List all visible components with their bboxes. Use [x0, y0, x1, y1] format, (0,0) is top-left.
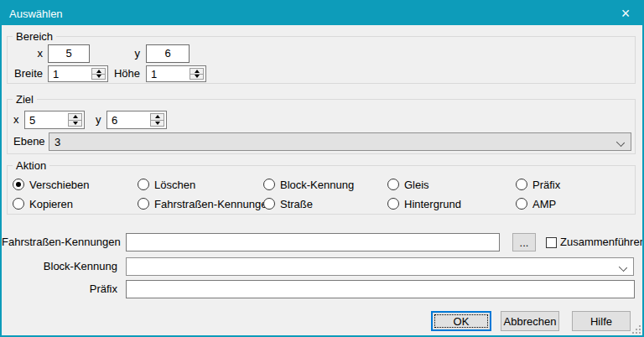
hoehe-value: 1 [151, 66, 157, 81]
title-bar[interactable]: Auswählen × [2, 2, 642, 25]
breite-label: Breite [8, 65, 43, 82]
radio-label: AMP [532, 198, 556, 210]
radio-praefix[interactable]: Präfix [516, 178, 560, 191]
fahrstrassen-label: Fahrstraßen-Kennungen [2, 233, 117, 251]
bereich-legend: Bereich [13, 30, 56, 43]
radio-hintergrund[interactable]: Hintergrund [387, 197, 461, 210]
radio-icon [516, 198, 527, 210]
bereich-x-field[interactable]: 5 [48, 44, 90, 63]
radio-icon [138, 198, 149, 210]
radio-label: Präfix [532, 179, 560, 191]
ziel-y-value: 6 [112, 111, 117, 128]
help-button[interactable]: Hilfe [572, 311, 631, 331]
ziel-x-stepper[interactable]: 5 [24, 111, 85, 129]
resize-grip[interactable] [631, 324, 641, 334]
radio-icon [138, 179, 149, 190]
radio-label: Straße [280, 198, 313, 210]
block-kennung-dropdown[interactable] [126, 257, 634, 276]
radio-verschieben[interactable]: Verschieben [13, 178, 90, 191]
radio-label: Verschieben [29, 179, 90, 191]
bereich-x-label: x [8, 44, 43, 63]
radio-label: Block-Kennung [280, 179, 354, 191]
ebene-value: 3 [55, 133, 60, 150]
ziel-y-label: y [96, 111, 101, 129]
radio-label: Kopieren [29, 198, 73, 210]
ziel-group: Ziel x 5 y 6 Ebene 3 [7, 99, 636, 154]
ziel-x-value: 5 [29, 111, 35, 128]
bereich-y-field[interactable]: 6 [146, 44, 190, 63]
cancel-button-label: Abbrechen [504, 315, 557, 328]
browse-button[interactable]: ... [512, 233, 536, 251]
ok-button[interactable]: OK [431, 311, 491, 331]
zusammenfuehren-label: Zusammenführen [560, 233, 644, 251]
spin-down-icon[interactable] [69, 121, 81, 127]
zusammenfuehren-checkbox[interactable] [546, 237, 557, 248]
chevron-down-icon [616, 138, 625, 147]
ziel-y-spin-buttons[interactable] [150, 113, 164, 127]
radio-icon [387, 198, 399, 210]
radio-icon [13, 179, 24, 190]
radio-label: Fahrstraßen-Kennungen [154, 198, 273, 210]
spin-up-icon[interactable] [151, 114, 164, 121]
aktion-group: Aktion Verschieben Löschen Block-Kennung… [7, 165, 636, 215]
radio-icon [263, 198, 275, 210]
radio-gleis[interactable]: Gleis [387, 178, 429, 191]
radio-block-kennung[interactable]: Block-Kennung [263, 178, 354, 191]
aktion-legend: Aktion [13, 159, 49, 172]
window-title: Auswählen [9, 8, 63, 20]
help-button-label: Hilfe [590, 315, 612, 328]
ok-button-label: OK [454, 315, 470, 328]
praefix-input[interactable] [126, 280, 635, 298]
bereich-y-label: y [100, 44, 140, 63]
close-icon[interactable]: × [609, 2, 642, 25]
radio-label: Löschen [154, 179, 195, 191]
fahrstrassen-input[interactable] [126, 233, 500, 251]
radio-loeschen[interactable]: Löschen [138, 178, 195, 191]
ziel-x-spin-buttons[interactable] [68, 113, 82, 127]
spin-down-icon[interactable] [151, 121, 164, 127]
ziel-legend: Ziel [13, 93, 37, 106]
cancel-button[interactable]: Abbrechen [501, 311, 559, 331]
bereich-group: Bereich x 5 y 6 Breite 1 Höhe 1 [7, 36, 636, 84]
radio-amp[interactable]: AMP [516, 197, 556, 210]
radio-strasse[interactable]: Straße [263, 197, 313, 210]
radio-fahrstrassen-kennungen[interactable]: Fahrstraßen-Kennungen [138, 197, 273, 210]
spin-down-icon[interactable] [190, 75, 203, 80]
spin-up-icon[interactable] [69, 114, 81, 121]
auswaehlen-dialog: Auswählen × Bereich x 5 y 6 Breite 1 Höh… [0, 0, 644, 337]
chevron-down-icon [619, 263, 627, 272]
hoehe-label: Höhe [100, 65, 140, 82]
radio-label: Gleis [404, 179, 429, 191]
ziel-x-label: x [13, 111, 19, 129]
radio-kopieren[interactable]: Kopieren [13, 197, 73, 210]
ebene-dropdown[interactable]: 3 [49, 132, 631, 151]
bereich-y-value: 6 [164, 47, 170, 60]
radio-icon [13, 198, 24, 210]
browse-button-label: ... [520, 236, 529, 249]
radio-label: Hintergrund [404, 198, 461, 210]
breite-value: 1 [53, 66, 59, 81]
bereich-x-value: 5 [65, 47, 71, 60]
block-kennung-label: Block-Kennung [2, 257, 117, 276]
radio-icon [387, 179, 399, 190]
praefix-label: Präfix [2, 280, 117, 298]
ziel-y-stepper[interactable]: 6 [106, 111, 167, 129]
hoehe-spin-buttons[interactable] [190, 68, 204, 80]
radio-icon [516, 179, 527, 190]
ebene-label: Ebene [13, 132, 45, 151]
hoehe-stepper[interactable]: 1 [146, 65, 206, 82]
radio-icon [263, 179, 275, 190]
